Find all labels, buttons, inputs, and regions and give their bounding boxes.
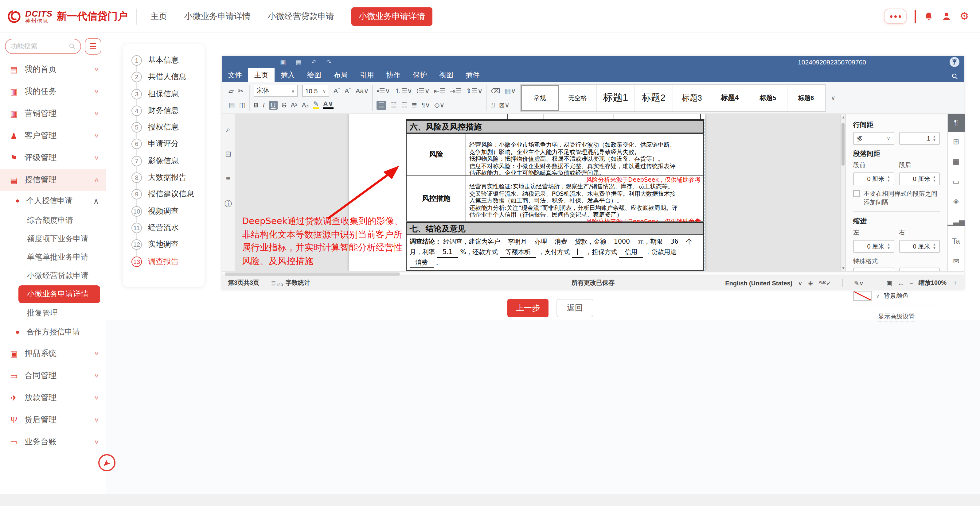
bold-icon[interactable]: B: [254, 102, 259, 108]
step-item[interactable]: 1 基本信息: [132, 54, 205, 67]
top-nav-tab[interactable]: 主页: [151, 11, 167, 22]
right-strip-icon[interactable]: ¶: [947, 114, 965, 132]
style-preset[interactable]: 无空格: [559, 85, 597, 111]
step-item[interactable]: 4 财务信息: [132, 104, 205, 117]
sidebar-item[interactable]: ▭ 合同管理 ∨: [0, 365, 106, 387]
sidebar-item[interactable]: ▣ 押品系统 ∨: [0, 343, 106, 365]
more-dots-badge[interactable]: [884, 9, 907, 24]
superscript-icon[interactable]: A²: [291, 102, 297, 108]
editor-menu-item[interactable]: 视图: [433, 68, 460, 82]
editor-menu-item[interactable]: 引用: [354, 68, 380, 82]
editor-menu-item[interactable]: 布局: [328, 68, 354, 82]
sidebar-item[interactable]: ▭ 业务台账 ∨: [0, 431, 106, 453]
top-nav-tab[interactable]: 小微经营贷款申请: [268, 11, 334, 22]
strikethrough-icon[interactable]: S: [282, 102, 286, 108]
style-preset[interactable]: 标题1: [597, 85, 635, 111]
right-strip-icon[interactable]: ◈: [947, 192, 965, 211]
before-spinner[interactable]: 0 厘米▲▼: [853, 173, 894, 186]
zoom-in-icon[interactable]: ＋: [952, 279, 958, 287]
style-preset[interactable]: 标题3: [673, 85, 711, 111]
editor-menu-item[interactable]: 插件: [460, 68, 486, 82]
editor-menu-item[interactable]: 协作: [380, 68, 407, 82]
underline-icon[interactable]: U: [269, 100, 278, 109]
edit-mode-icon[interactable]: ✎∨: [854, 279, 864, 286]
step-item[interactable]: 12 实地调查: [132, 238, 205, 251]
editor-menu-item[interactable]: 主页: [248, 68, 275, 82]
justify-icon[interactable]: ≣: [412, 102, 417, 108]
editor-menu-item[interactable]: 文件: [222, 68, 248, 82]
step-item[interactable]: 5 授权信息: [132, 121, 205, 134]
sidebar-item[interactable]: ▥ 我的任务 ∨: [0, 80, 106, 103]
cut-icon[interactable]: ✂: [238, 87, 243, 94]
style-preset[interactable]: 标题2: [635, 85, 673, 111]
copy-icon[interactable]: ▱: [229, 87, 234, 94]
floating-send-button[interactable]: [98, 454, 116, 471]
align-right-icon[interactable]: ☴: [401, 102, 407, 108]
left-strip-icon[interactable]: ≡: [226, 174, 230, 183]
line-spacing-select[interactable]: 多∨: [853, 132, 894, 145]
shading-icon[interactable]: ◇∨: [434, 102, 444, 108]
sidebar-item[interactable]: 合作方授信申请: [0, 322, 106, 343]
style-preset[interactable]: 常规: [521, 85, 559, 111]
zoom-level[interactable]: 缩放100%: [919, 279, 947, 287]
right-strip-icon[interactable]: ⊞: [947, 132, 965, 152]
quick-icon[interactable]: ↶: [312, 59, 317, 65]
user-icon[interactable]: [942, 11, 952, 21]
gear-icon[interactable]: ⚙: [960, 11, 969, 22]
indent-left-spinner[interactable]: 0 厘米▲▼: [853, 240, 894, 253]
sidebar-item[interactable]: 批复管理: [0, 304, 106, 322]
step-item[interactable]: 2 共借人信息: [132, 71, 205, 84]
quick-icon[interactable]: ▤: [296, 59, 302, 65]
quick-icon[interactable]: ↷: [326, 59, 332, 65]
sidebar-item[interactable]: ▤ 我的首页 ∨: [0, 58, 106, 80]
word-count-label[interactable]: 字数统计: [286, 279, 310, 287]
styles-gallery-chevron[interactable]: ∨: [826, 82, 840, 114]
checkbox[interactable]: [853, 190, 860, 197]
sidebar-item[interactable]: ♟ 客户管理 ∨: [0, 125, 106, 147]
highlight-icon[interactable]: ✎: [313, 101, 318, 109]
editor-search-icon[interactable]: [951, 71, 958, 82]
frame-icon[interactable]: ⊠∨: [499, 102, 510, 108]
bg-color-chevron[interactable]: ∨: [876, 293, 880, 298]
sidebar-item[interactable]: 综合额度申请: [0, 211, 106, 230]
numbered-list-icon[interactable]: ⒈☰∨: [395, 87, 412, 94]
language-selector[interactable]: English (United States): [725, 279, 792, 286]
step-item[interactable]: 9 授信建议信息: [132, 188, 205, 201]
sidebar-item[interactable]: ▤ 授信管理 ∧: [0, 169, 106, 191]
editor-menu-item[interactable]: 插入: [275, 68, 301, 82]
font-color-icon[interactable]: A∨: [323, 101, 334, 109]
sidebar-item[interactable]: 小微经营贷款申请: [0, 266, 106, 285]
page-indicator[interactable]: 第3页共3页: [228, 279, 259, 287]
top-nav-tab[interactable]: 小微业务申请详情: [352, 7, 433, 25]
quick-icon[interactable]: ▣: [280, 59, 286, 65]
grow-font-icon[interactable]: Aˆ: [334, 87, 340, 94]
font-name-select[interactable]: 宋体∨: [254, 85, 298, 97]
hscroll-thumb[interactable]: [225, 273, 400, 276]
right-strip-icon[interactable]: ▦: [947, 152, 965, 171]
previous-step-button[interactable]: 上一步: [508, 299, 549, 317]
right-strip-icon[interactable]: Ta: [947, 232, 965, 251]
editor-menu-item[interactable]: 保护: [407, 68, 433, 82]
avatar[interactable]: 李: [950, 57, 959, 67]
step-item[interactable]: 11 经营流水: [132, 222, 205, 235]
subscript-icon[interactable]: A₂: [302, 102, 309, 108]
scroll-down-arrow[interactable]: ▼: [841, 265, 846, 271]
paste-icon[interactable]: ▤: [229, 102, 235, 108]
zoom-out-icon[interactable]: −: [909, 279, 913, 286]
style-preset[interactable]: 标题4: [711, 85, 749, 111]
top-nav-tab[interactable]: 小微业务申请详情: [184, 11, 251, 22]
back-button[interactable]: 返回: [557, 299, 593, 317]
indent-right-spinner[interactable]: 0 厘米▲▼: [899, 240, 940, 253]
style-preset[interactable]: 标题5: [749, 85, 788, 111]
fit-page-icon[interactable]: ▣: [886, 279, 892, 286]
decrease-indent-icon[interactable]: ⇤☰: [434, 87, 445, 94]
collapse-menu-button[interactable]: ☰: [85, 38, 101, 55]
no-gap-checkbox-row[interactable]: 不要在相同样式的段落之间添加间隔: [853, 190, 940, 206]
step-item[interactable]: 8 大数据报告: [132, 171, 205, 184]
sidebar-item[interactable]: ⚑ 评级管理 ∨: [0, 147, 106, 169]
right-strip-icon[interactable]: ✉: [947, 251, 965, 271]
scroll-up-arrow[interactable]: ▲: [841, 114, 846, 120]
language-chevron[interactable]: ∨: [798, 279, 802, 286]
sidebar-item[interactable]: ▦ 营销管理 ∨: [0, 103, 106, 125]
increase-indent-icon[interactable]: ⇥☰: [450, 87, 461, 94]
